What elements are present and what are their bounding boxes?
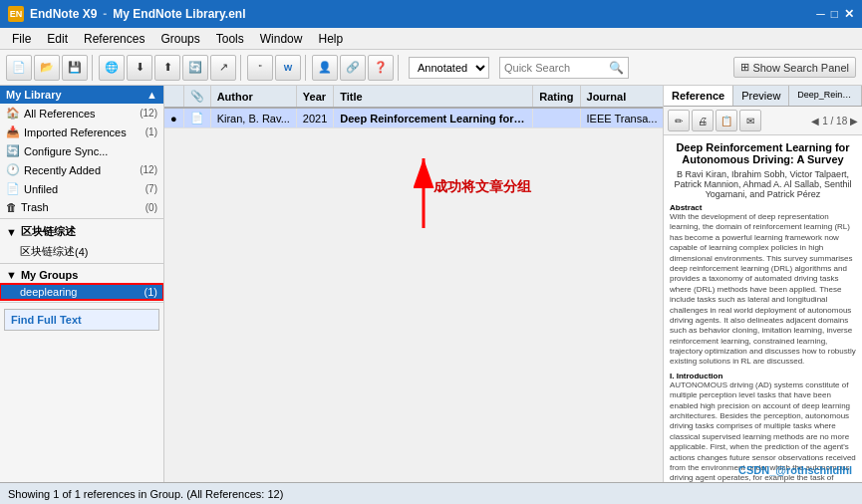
paper-authors: B Ravi Kiran, Ibrahim Sobh, Victor Talpa…	[670, 169, 856, 199]
cell-rating	[533, 108, 580, 128]
panel-tab-preview[interactable]: Preview	[733, 86, 789, 106]
close-btn[interactable]: ✕	[844, 7, 854, 21]
sidebar-group-sub-count-blockchain: (4)	[75, 246, 88, 258]
panel-toolbar: ✏ 🖨 📋 ✉ ◀ 1 / 18 ▶	[664, 107, 862, 135]
group-expand-icon: ▼	[6, 226, 17, 238]
red-arrow-svg	[364, 138, 523, 238]
show-search-panel-btn[interactable]: ⊞ Show Search Panel	[733, 57, 856, 78]
sidebar-collapse-icon[interactable]: ▲	[146, 89, 157, 101]
toolbar-connect-btn[interactable]: 🔗	[340, 55, 366, 81]
sidebar-item-trash[interactable]: 🗑 Trash (0)	[0, 198, 163, 216]
sidebar-item-imported[interactable]: 📥 Imported References (1)	[0, 123, 163, 141]
toolbar-nav-group: 📄 📂 💾	[6, 55, 93, 81]
toolbar-word-btn[interactable]: W	[275, 55, 301, 81]
menu-edit[interactable]: Edit	[39, 30, 76, 48]
col-attach[interactable]: 📎	[183, 86, 210, 108]
find-full-text-label: Find Full Text	[11, 314, 82, 326]
sidebar-group-sub-count-deeplearing: (1)	[144, 286, 157, 298]
pdf-icon: 📄	[190, 112, 204, 124]
configure-sync-icon: 🔄	[6, 144, 20, 157]
panel-print-btn[interactable]: 🖨	[692, 110, 714, 131]
paper-preview: Deep Reinforcement Learning for Autonomo…	[664, 135, 862, 482]
toolbar-cite-group: " W	[247, 55, 306, 81]
sidebar-group-label-blockchain: 区块链综述	[21, 224, 76, 239]
col-author[interactable]: Author	[210, 86, 296, 108]
toolbar-help-btn[interactable]: ❓	[368, 55, 394, 81]
toolbar-search-box[interactable]: 🔍	[499, 57, 629, 79]
menu-file[interactable]: File	[4, 30, 39, 48]
paper-abstract-label: Abstract	[670, 203, 856, 212]
menu-groups[interactable]: Groups	[152, 30, 207, 48]
sidebar-group-item-blockchain[interactable]: 区块链综述 (4)	[0, 242, 163, 261]
paper-section-text: AUTONOMOUS driving (AD) systems constitu…	[670, 380, 856, 482]
panel-tab-deep[interactable]: Deep_Reinforcement_Lea...	[789, 86, 862, 106]
panel-tab-reference[interactable]: Reference	[664, 86, 733, 106]
toolbar-globe-btn[interactable]: 🌐	[99, 55, 125, 81]
status-bar: Showing 1 of 1 references in Group. (All…	[0, 482, 862, 504]
panel-edit-btn[interactable]: ✏	[668, 110, 690, 131]
reference-table: 📎 Author Year Title Rating Journal Last …	[164, 86, 663, 128]
panel-email-btn[interactable]: ✉	[739, 110, 761, 131]
chinese-annotation-text: 成功将文章分组	[433, 178, 531, 196]
sidebar-group-label-mygroups: My Groups	[21, 269, 78, 281]
app-icon: EN	[8, 6, 24, 22]
sidebar-label-imported: Imported References	[24, 126, 127, 138]
sidebar-count-recently-added: (12)	[140, 164, 157, 175]
sidebar-sep-1	[0, 218, 163, 219]
toolbar-cite-btn[interactable]: "	[247, 55, 273, 81]
menu-bar: File Edit References Groups Tools Window…	[0, 28, 862, 50]
sidebar-item-recently-added[interactable]: 🕐 Recently Added (12)	[0, 160, 163, 179]
panel-copy-btn[interactable]: 📋	[716, 110, 737, 131]
paper-title: Deep Reinforcement Learning for Autonomo…	[670, 141, 856, 165]
toolbar-upload-btn[interactable]: ⬆	[154, 55, 180, 81]
toolbar-share-btn[interactable]: ↗	[210, 55, 236, 81]
col-year[interactable]: Year	[296, 86, 333, 108]
sidebar-label-all-refs: All References	[24, 108, 96, 120]
col-journal[interactable]: Journal	[580, 86, 663, 108]
toolbar-download-btn[interactable]: ⬇	[127, 55, 152, 81]
panel-tabs: Reference Preview Deep_Reinforcement_Lea…	[664, 86, 862, 107]
panel-page-info: ◀ 1 / 18 ▶	[811, 116, 858, 126]
sidebar-label-unfiled: Unfiled	[24, 183, 58, 195]
quick-search-input[interactable]	[504, 62, 609, 74]
trash-icon: 🗑	[6, 201, 17, 213]
sidebar-count-all-refs: (12)	[140, 108, 157, 119]
sidebar-group-blockchain[interactable]: ▼ 区块链综述	[0, 221, 163, 242]
menu-references[interactable]: References	[76, 30, 152, 48]
col-rating[interactable]: Rating	[533, 86, 580, 108]
toolbar-sync-btn[interactable]: 🔄	[182, 55, 208, 81]
toolbar-open-btn[interactable]: 📂	[34, 55, 60, 81]
menu-window[interactable]: Window	[252, 30, 311, 48]
references-grid: 📎 Author Year Title Rating Journal Last …	[164, 86, 663, 128]
toolbar-user-btn[interactable]: 👤	[312, 55, 338, 81]
title-bar: EN EndNote X9 - My EndNote Library.enl ─…	[0, 0, 862, 28]
sidebar-label-trash: Trash	[21, 201, 49, 213]
sidebar: My Library ▲ 🏠 All References (12) 📥 Imp…	[0, 86, 164, 482]
sidebar-item-configure-sync[interactable]: 🔄 Configure Sync...	[0, 141, 163, 160]
toolbar: 📄 📂 💾 🌐 ⬇ ⬆ 🔄 ↗ " W 👤 🔗 ❓ Annotated Plai…	[0, 50, 862, 86]
sidebar-group-item-deeplearing[interactable]: deeplearing (1)	[0, 284, 163, 300]
toolbar-mode-select-container: Annotated Plain	[409, 57, 489, 79]
show-search-label: Show Search Panel	[752, 62, 849, 74]
lib-name: My EndNote Library.enl	[113, 7, 245, 21]
toolbar-new-btn[interactable]: 📄	[6, 55, 32, 81]
table-row[interactable]: ● 📄 Kiran, B. Rav... 2021 Deep Reinforce…	[164, 108, 663, 128]
sidebar-sep-2	[0, 263, 163, 264]
find-full-text-btn[interactable]: Find Full Text	[4, 309, 159, 331]
toolbar-mode-select[interactable]: Annotated Plain	[409, 57, 489, 79]
minimize-btn[interactable]: ─	[816, 7, 825, 21]
unfiled-icon: 📄	[6, 182, 20, 195]
sidebar-count-unfiled: (7)	[145, 183, 157, 194]
toolbar-user-group: 👤 🔗 ❓	[312, 55, 399, 81]
sidebar-item-all-references[interactable]: 🏠 All References (12)	[0, 104, 163, 123]
cell-year: 2021	[296, 108, 333, 128]
menu-tools[interactable]: Tools	[208, 30, 252, 48]
col-title[interactable]: Title	[334, 86, 533, 108]
sidebar-item-unfiled[interactable]: 📄 Unfiled (7)	[0, 179, 163, 198]
maximize-btn[interactable]: □	[831, 7, 838, 21]
sidebar-group-mygroups[interactable]: ▼ My Groups	[0, 266, 163, 284]
toolbar-save-btn[interactable]: 💾	[62, 55, 88, 81]
cell-attach: 📄	[183, 108, 210, 128]
menu-help[interactable]: Help	[310, 30, 351, 48]
col-read[interactable]	[164, 86, 183, 108]
